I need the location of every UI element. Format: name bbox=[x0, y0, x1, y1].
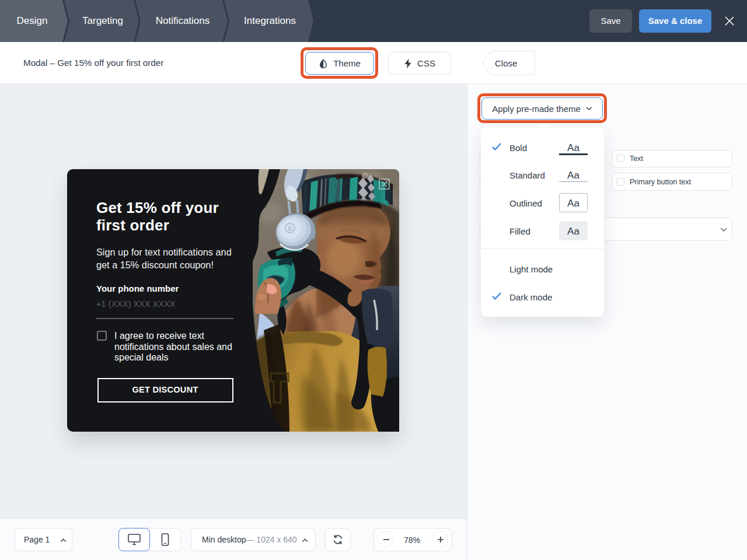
svg-text:b: b bbox=[288, 225, 292, 233]
